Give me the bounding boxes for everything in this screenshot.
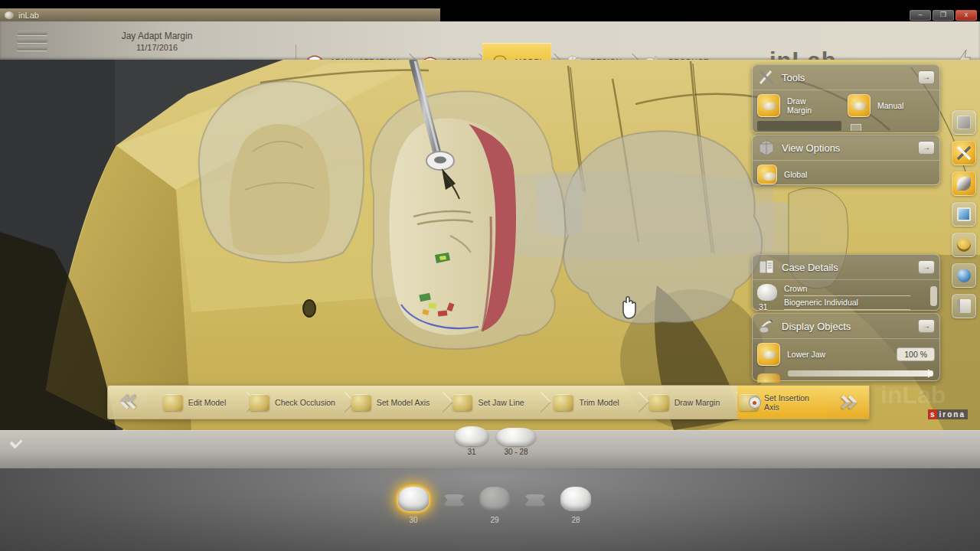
panel-collapse-button[interactable]: →: [918, 141, 935, 155]
analysis-icon: [957, 238, 971, 252]
step-label: Set Jaw Line: [478, 398, 524, 407]
thumbnail-tooth-31[interactable]: 31: [455, 426, 488, 456]
double-chevron-right-icon: [841, 397, 855, 407]
set-model-axis-icon: [351, 394, 371, 411]
brush-icon: [957, 177, 971, 191]
panel-title: View Options: [782, 142, 912, 154]
view-option-global[interactable]: Global: [757, 165, 935, 184]
step-set-model-axis[interactable]: Set Model Axis: [345, 386, 436, 419]
thumbnail-bridge-30-28[interactable]: 30 - 28: [496, 428, 536, 456]
next-steps-button[interactable]: [828, 386, 869, 419]
bridge-30-28-thumb-icon: [496, 428, 536, 446]
set-jaw-line-icon: [452, 394, 472, 411]
tools-icon: [757, 68, 776, 86]
globe-icon: [957, 269, 971, 282]
display-objects-toggle-button[interactable]: [952, 171, 976, 196]
patient-info: Jay Adapt Margin 11/17/2016: [92, 31, 222, 52]
dock-tooth-29[interactable]: 29: [476, 487, 513, 524]
display-settings-button[interactable]: [952, 202, 976, 227]
step-trim-model[interactable]: Trim Model: [541, 386, 632, 419]
opacity-slider[interactable]: [788, 370, 933, 377]
step-draw-margin[interactable]: Draw Margin: [639, 386, 730, 419]
panel-title: Case Details: [782, 262, 912, 273]
tooth-28-icon: [560, 487, 591, 511]
tool-label: Manual: [877, 101, 903, 110]
collapse-bar-icon[interactable]: [10, 436, 23, 449]
view-option-label: Global: [784, 170, 807, 179]
opacity-value: 100 %: [897, 347, 935, 361]
dock-tooth-30[interactable]: 30: [395, 487, 432, 524]
dock-tooth-label: 30: [409, 516, 417, 524]
tooth-29-icon: [479, 487, 510, 511]
tools-toggle-button[interactable]: [952, 141, 976, 165]
web-button[interactable]: [952, 263, 976, 288]
thumbnail-label: 31: [467, 448, 475, 456]
step-separator-icon: [240, 393, 247, 412]
view-cube-icon: [757, 139, 776, 157]
patient-name: Jay Adapt Margin: [92, 31, 222, 41]
step-check-occlusion[interactable]: Check Occlusion: [247, 386, 338, 419]
view-options-toggle-button[interactable]: [952, 110, 976, 135]
tools-panel: Tools → Draw Margin Manual: [752, 64, 940, 133]
step-label: Trim Model: [579, 398, 619, 407]
sirona-logo-rest: irona: [937, 409, 968, 419]
app-icon: [5, 11, 14, 19]
main-menu-icon[interactable]: [17, 31, 47, 51]
tooth-number: 31: [759, 302, 768, 311]
set-insertion-axis-icon: [739, 394, 759, 411]
sirona-logo: s irona: [928, 409, 968, 419]
restore-button[interactable]: ❐: [933, 10, 954, 21]
monitor-icon: [957, 207, 971, 221]
lower-jaw-icon: [757, 343, 780, 366]
cube-icon: [957, 116, 971, 129]
global-view-icon: [757, 165, 777, 184]
tool-manual[interactable]: Manual: [848, 94, 903, 117]
app-header: Jay Adapt Margin 11/17/2016 ADMINISTRATI…: [0, 21, 980, 60]
minimize-button[interactable]: –: [910, 10, 931, 21]
restoration-type: Crown: [784, 284, 935, 293]
thumbnail-label: 30 - 28: [504, 448, 528, 456]
step-label: Draw Margin: [675, 398, 720, 407]
connector-icon: [443, 494, 466, 507]
case-details-toggle-button[interactable]: [952, 294, 976, 318]
tool-draw-margin[interactable]: Draw Margin: [757, 94, 843, 117]
tooth-30-icon: [398, 487, 429, 511]
step-set-jaw-line[interactable]: Set Jaw Line: [443, 386, 534, 419]
case-details-panel: Case Details → Crown Biogeneric Individu…: [752, 254, 940, 311]
step-label: Check Occlusion: [275, 398, 335, 407]
restoration-dock: 30 29 28: [0, 468, 980, 551]
tools-scroll-cut: [757, 121, 841, 131]
panel-title: Tools: [782, 72, 912, 83]
step-separator-icon: [534, 393, 541, 412]
inlab-watermark: inLab: [880, 381, 946, 409]
folder-icon: [957, 299, 971, 313]
display-object-label: Lower Jaw: [787, 350, 825, 359]
draw-margin-step-icon: [649, 394, 669, 411]
display-object-lower-jaw[interactable]: Lower Jaw 100 %: [757, 343, 935, 366]
draw-margin-icon: [757, 94, 780, 117]
field-underline: [784, 295, 910, 296]
crown-tooth-icon: [757, 284, 777, 301]
step-separator-icon: [632, 393, 639, 412]
previous-steps-button[interactable]: [108, 386, 149, 419]
trim-model-icon: [554, 394, 573, 411]
step-label: Set Insertion Axis: [764, 393, 826, 412]
panel-collapse-button[interactable]: →: [918, 260, 935, 274]
close-button[interactable]: x: [956, 10, 977, 21]
step-set-insertion-axis[interactable]: Set Insertion Axis: [737, 386, 828, 419]
panel-scrollbar[interactable]: [930, 286, 937, 306]
step-separator-icon: [436, 393, 443, 412]
tooth-31-thumb-icon: [455, 426, 488, 446]
step-label: Edit Model: [188, 398, 227, 407]
field-underline: [784, 309, 910, 310]
dock-tooth-label: 29: [490, 516, 498, 524]
analysis-button[interactable]: [952, 233, 976, 257]
panel-collapse-button[interactable]: →: [918, 319, 935, 333]
display-objects-panel: Display Objects → Lower Jaw 100 %: [752, 313, 940, 381]
panel-collapse-button[interactable]: →: [918, 70, 935, 84]
partial-checkbox: [851, 124, 861, 131]
dock-tooth-28[interactable]: 28: [557, 487, 594, 524]
window-titlebar: inLab: [0, 8, 440, 22]
inlab-application-window: inLab – ❐ x Jay Adapt Margin 11/17/2016 …: [0, 0, 980, 551]
step-edit-model[interactable]: Edit Model: [149, 386, 240, 419]
